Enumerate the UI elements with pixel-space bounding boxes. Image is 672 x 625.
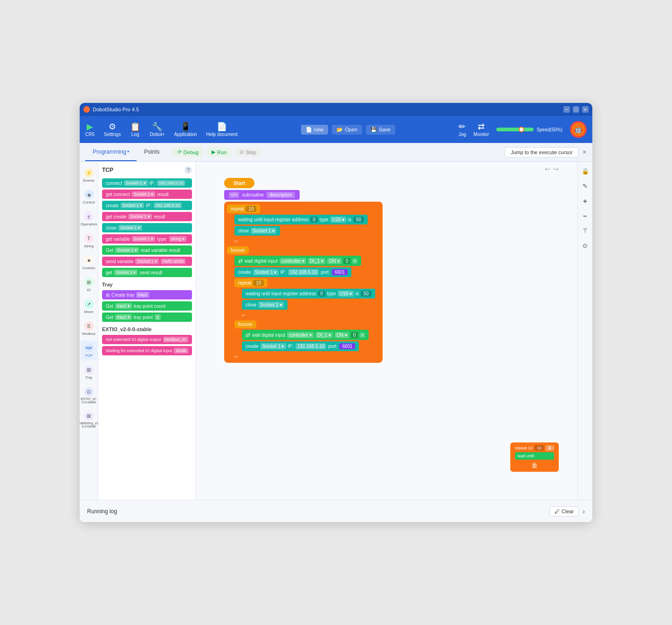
sidebar-item-tcp[interactable]: TCP TCP — [81, 340, 97, 360]
sidebar-item-operators[interactable]: ± Operators — [81, 209, 97, 229]
extio-icon: ⊙ — [84, 387, 94, 396]
edit-button[interactable]: ✎ — [580, 180, 591, 191]
toolbar-dobot-plus[interactable]: 🔧 Dobot+ — [150, 122, 165, 137]
block-waiting-extended[interactable]: Waiting for extended IO digital input Mo… — [102, 346, 192, 355]
help-icon: 📄 — [217, 122, 227, 131]
tab-points[interactable]: Points — [137, 143, 167, 161]
sidebar-item-palletizing[interactable]: ⊞ Palletizing_v2-0-0-beta6 — [81, 408, 97, 431]
log-title: Running log — [87, 508, 117, 515]
palette-help-button[interactable]: ? — [185, 166, 192, 174]
lock-button[interactable]: 🔒 — [580, 165, 591, 177]
sidebar-item-modbus[interactable]: S Modbus — [81, 319, 97, 339]
close-block-2: close Socket 1 ▾ — [242, 300, 288, 310]
sidebar-item-control[interactable]: ◈ Control — [81, 187, 97, 207]
run-icon: ▶ — [212, 149, 215, 155]
toolbar-monitor[interactable]: ⇄ Monitor — [473, 122, 489, 137]
cr5-icon: ▶ — [87, 122, 93, 131]
toolbar-log[interactable]: 📋 Log — [130, 122, 140, 137]
block-set-extended[interactable]: Set extended IO digital output Modbus_IO — [102, 335, 192, 344]
debug-icon: ⟳ — [178, 149, 182, 155]
open-label: Open — [345, 127, 357, 132]
block-get-create[interactable]: get create Socket 1 ▾ result — [102, 212, 192, 221]
block-create[interactable]: create Socket 1 ▾ IP: 192.168.5.10 — [102, 201, 192, 210]
tab-programming-label: Programming — [93, 149, 126, 155]
wait-register-block-1: waiting until input register address 0 t… — [234, 215, 368, 224]
block-palette: TCP ? connect Socket 1 ▾ IP: 192.168.5.1… — [98, 162, 196, 500]
stop-button[interactable]: ⊙ Stop — [235, 147, 261, 157]
end-bracket-3: ⌐ — [234, 353, 380, 360]
minimize-button[interactable]: − — [563, 106, 570, 113]
jump-label: Jump to the execute cursor — [511, 149, 573, 155]
redo-button[interactable]: ↪ — [553, 165, 559, 173]
toolbar-application[interactable]: 📱 Application — [174, 122, 197, 137]
toolbar-right: ✏ Jog ⇄ Monitor Speed(50%) 🤖 — [459, 121, 587, 138]
tab-programming[interactable]: Programming • — [85, 143, 137, 161]
canvas-content: ↩ ↪ Start </> subroutine description — [196, 162, 577, 500]
locate-button[interactable]: ⊙ — [580, 240, 591, 251]
close-block-1: close Socket 1 ▾ — [234, 226, 280, 236]
end-bracket-1: ⌐ — [234, 237, 380, 245]
block-get-variable[interactable]: get variable Socket 1 ▾ type: string ▾ — [102, 234, 192, 244]
zoom-in-button[interactable]: + — [580, 195, 591, 206]
center-button[interactable]: ⊤ — [580, 225, 591, 236]
robot-button[interactable]: 🤖 — [570, 121, 587, 138]
sidebar-item-custom[interactable]: ★ Custom — [81, 253, 97, 273]
run-button[interactable]: ▶ Run — [207, 147, 231, 157]
toolbar-settings[interactable]: ⚙ Settings — [104, 122, 121, 137]
monitor-icon: ⇄ — [478, 122, 485, 131]
undo-button[interactable]: ↩ — [545, 165, 550, 173]
jump-area: Jump to the execute cursor × — [505, 147, 587, 157]
sidebar-item-tray[interactable]: ⊞ Tray — [81, 362, 97, 382]
debug-button[interactable]: ⟳ Debug — [173, 147, 203, 157]
sidebar-icons: ⚡ Events ◈ Control ± Operators T String … — [80, 162, 98, 500]
toolbar-jog[interactable]: ✏ Jog — [459, 122, 466, 137]
block-close[interactable]: close Socket 1 ▾ — [102, 223, 192, 232]
toolbar-cr5[interactable]: ▶ CR5 — [85, 122, 95, 137]
sidebar-item-move[interactable]: ↗ Move — [81, 297, 97, 317]
speed-bar[interactable] — [496, 128, 534, 131]
cr5-label: CR5 — [85, 132, 95, 137]
action-bar-close-button[interactable]: × — [583, 148, 587, 156]
outer-block-1: repeat 10 waiting until input register a… — [224, 202, 383, 363]
block-get-tray-point[interactable]: Get tray1 ▾ tray point 1 — [102, 312, 192, 322]
monitor-label: Monitor — [473, 132, 489, 137]
tcp-icon: TCP — [84, 343, 94, 353]
canvas-area[interactable]: ↩ ↪ Start </> subroutine description — [196, 162, 577, 500]
end-bracket-2: ⌐ — [242, 311, 380, 319]
block-get-connect[interactable]: get connect Socket 1 ▾ result — [102, 190, 192, 199]
operators-icon: ± — [84, 212, 94, 221]
block-create-tray[interactable]: ⊞ Create tray tray1 — [102, 290, 192, 299]
speed-control: Speed(50%) — [496, 127, 562, 132]
dobot-plus-icon: 🔧 — [152, 122, 162, 131]
clear-button[interactable]: 🖊 Clear — [549, 506, 579, 516]
expand-log-button[interactable]: › — [583, 508, 585, 515]
block-get-tray-count[interactable]: Get tray1 ▾ tray point count — [102, 301, 192, 311]
toolbar-help[interactable]: 📄 Help document — [206, 122, 238, 137]
block-connect[interactable]: connect Socket 1 ▾ IP: 192.168.5.10 — [102, 178, 192, 188]
block-get-send[interactable]: get Socket 1 ▾ send result — [102, 268, 192, 277]
sidebar-item-events[interactable]: ⚡ Events — [81, 165, 97, 185]
jump-to-cursor-button[interactable]: Jump to the execute cursor — [505, 147, 579, 157]
block-send-variable[interactable]: send variable Socket 1 ▾ Hello world — [102, 257, 192, 266]
block-get-read[interactable]: Get Socket 1 ▾ read variable result — [102, 245, 192, 255]
robot-icon: 🤖 — [574, 126, 582, 133]
undo-redo-controls: ↩ ↪ — [545, 165, 559, 173]
action-bar: Programming • Points ⟳ Debug ▶ Run ⊙ Sto… — [80, 143, 592, 162]
save-file-button[interactable]: 💾 Save — [366, 125, 395, 135]
sidebar-item-extio[interactable]: ⊙ EXTIO_v2-0-0-stable — [81, 384, 97, 407]
open-file-button[interactable]: 📂 Open — [332, 125, 362, 135]
new-file-button[interactable]: 📄 new — [301, 125, 328, 135]
action-tabs: Programming • Points ⟳ Debug ▶ Run ⊙ Sto… — [85, 143, 261, 161]
repeat-block-2: repeat 10 — [234, 279, 267, 287]
clear-label: Clear — [562, 509, 574, 514]
sidebar-item-string[interactable]: T String — [81, 231, 97, 251]
title-bar: DobotStudio Pro 4.5 − □ × — [80, 103, 592, 116]
action-buttons-group: ⟳ Debug ▶ Run ⊙ Stop — [173, 147, 261, 157]
close-button[interactable]: × — [582, 106, 589, 113]
maximize-button[interactable]: □ — [573, 106, 579, 113]
zoom-out-button[interactable]: − — [580, 210, 591, 221]
speed-label: Speed(50%) — [536, 127, 562, 132]
move-icon: ↗ — [84, 299, 94, 309]
log-actions: 🖊 Clear › — [549, 506, 585, 516]
sidebar-item-io[interactable]: ⊞ IO — [81, 275, 97, 295]
